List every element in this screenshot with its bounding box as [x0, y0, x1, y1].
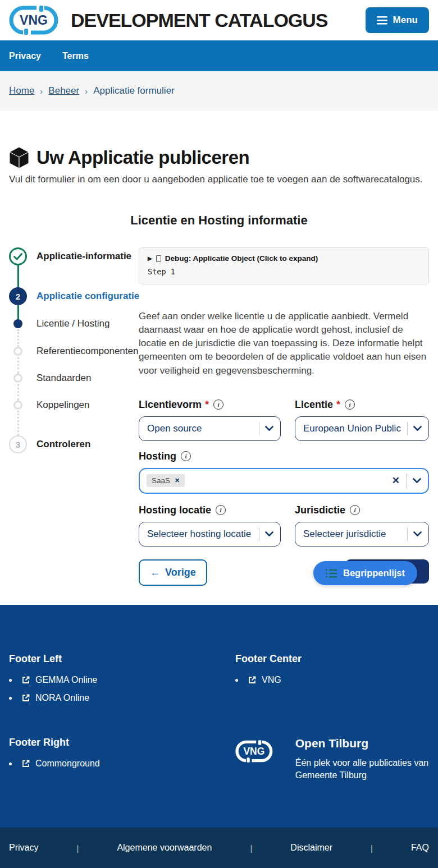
external-link-icon [21, 694, 30, 702]
breadcrumb-beheer[interactable]: Beheer [48, 85, 79, 97]
footer-link-vng[interactable]: VNG [248, 675, 281, 685]
required-marker: * [205, 399, 209, 411]
previous-button[interactable]: Vorige [139, 559, 207, 586]
stepper-step-applicatie-informatie[interactable]: Applicatie-informatie [36, 251, 131, 262]
stepper-step-controleren[interactable]: Controleren [36, 439, 90, 450]
select-divider [407, 422, 408, 435]
vng-logo[interactable]: VNG [9, 6, 58, 35]
footer-link-nora-online[interactable]: NORA Online [21, 693, 89, 703]
substep-dot-koppelingen[interactable] [13, 401, 22, 410]
jurisdictie-select[interactable]: Selecteer jurisdictie [295, 522, 429, 546]
hosting-multiselect[interactable]: SaaS [139, 468, 429, 494]
select-divider [259, 527, 259, 541]
select-divider [406, 474, 407, 488]
stepper-step-applicatie-configuratie[interactable]: Applicatie configuratie [36, 291, 139, 302]
footer-link-label: NORA Online [35, 693, 89, 703]
main-content: Uw Applicatie publiceren Vul dit formuli… [0, 111, 438, 605]
licentievorm-select[interactable]: Open source [139, 416, 281, 441]
glossary-button[interactable]: Begrippenlijst [313, 561, 417, 585]
breadcrumb-separator-icon: › [85, 86, 88, 96]
stepper-substep-koppelingen[interactable]: Koppelingen [36, 399, 90, 411]
nav-privacy-link[interactable]: Privacy [9, 51, 41, 61]
stepper-substep-standaarden[interactable]: Standaarden [36, 373, 91, 384]
info-icon[interactable] [181, 451, 191, 461]
stepper-connector [17, 411, 19, 435]
info-icon[interactable] [213, 399, 223, 410]
step-1-check-icon[interactable] [9, 247, 27, 265]
external-link-icon [21, 759, 30, 768]
step-2-circle[interactable]: 2 [9, 287, 27, 305]
bottom-link-algemene-voorwaarden[interactable]: Algemene voorwaarden [117, 843, 212, 853]
bottom-link-privacy[interactable]: Privacy [9, 843, 38, 853]
substep-dot-standaarden[interactable] [13, 374, 22, 383]
stepper-connector [17, 357, 19, 374]
footer-link-label: GEMMA Online [35, 675, 97, 685]
licentie-select[interactable]: European Union Public L... [295, 416, 429, 441]
debug-summary-toggle[interactable]: Debug: Applicatie Object (Click to expan… [148, 254, 420, 263]
nav-terms-link[interactable]: Terms [62, 51, 89, 61]
step-3-circle[interactable]: 3 [9, 435, 27, 453]
hosting-chip-label: SaaS [152, 476, 170, 485]
top-nav: Privacy Terms [0, 40, 438, 71]
chevron-down-icon [413, 531, 422, 537]
debug-content: Step 1 [148, 267, 420, 276]
hamburger-icon [377, 16, 387, 25]
clear-all-icon[interactable] [392, 475, 400, 486]
footer-right-column: Footer Right Commonground [9, 737, 235, 781]
site-title: DEVELOPMENT CATALOGUS [71, 10, 328, 31]
info-icon[interactable] [345, 399, 355, 410]
glossary-button-label: Begrippenlijst [343, 568, 405, 578]
footer-bottom-bar: Privacy | Algemene voorwaarden | Disclai… [0, 828, 438, 868]
licentie-label: Licentie [295, 399, 333, 411]
bottom-link-disclaimer[interactable]: Disclaimer [290, 843, 332, 853]
hosting-locatie-select[interactable]: Selecteer hosting locatie [139, 522, 281, 546]
required-marker: * [336, 399, 340, 411]
form-column: Debug: Applicatie Object (Click to expan… [139, 247, 429, 586]
licentievorm-value: Open source [147, 423, 253, 434]
footer-left-column: Footer Left GEMMA Online NORA Online [9, 653, 235, 711]
breadcrumb: Home › Beheer › Applicatie formulier [0, 71, 438, 111]
stepper-substep-referentiecomponenten[interactable]: Referentiecomponenten [36, 346, 138, 357]
stepper-substep-licentie-hosting[interactable]: Licentie / Hosting [36, 318, 110, 329]
hosting-chip-saas: SaaS [147, 474, 185, 487]
form-stepper: Applicatie-informatie 2 Applicatie confi… [9, 247, 139, 461]
bullet-icon [9, 763, 12, 765]
footer-brand-title: Open Tilburg [295, 737, 429, 750]
chip-remove-icon[interactable] [175, 477, 180, 484]
info-icon[interactable] [350, 505, 360, 515]
select-divider [259, 422, 259, 435]
step-3-number: 3 [16, 440, 20, 449]
substep-dot-licentie-hosting[interactable] [13, 319, 22, 328]
cube-icon [9, 146, 29, 169]
field-licentie: Licentie * European Union Public L... [295, 399, 429, 441]
step-2-number: 2 [16, 292, 20, 301]
bottom-link-faq[interactable]: FAQ [411, 843, 429, 853]
select-divider [407, 527, 408, 541]
footer-brand-text: Open Tilburg Één plek voor alle publicat… [295, 737, 429, 781]
footer-link-label: Commonground [35, 759, 100, 769]
stepper-connector [17, 329, 19, 347]
debug-panel: Debug: Applicatie Object (Click to expan… [139, 247, 429, 284]
footer: Footer Left GEMMA Online NORA Online [0, 605, 438, 828]
form-intro-text: Geef aan onder welke licentie u de appli… [139, 310, 429, 378]
stepper-connector [17, 384, 19, 401]
external-link-icon [21, 676, 30, 685]
substep-dot-referentiecomponenten[interactable] [13, 347, 22, 356]
svg-text:VNG: VNG [20, 13, 48, 27]
form-section-title: Licentie en Hosting informatie [9, 213, 429, 228]
page-title: Uw Applicatie publiceren [36, 147, 249, 168]
footer-link-gemma-online[interactable]: GEMMA Online [21, 675, 97, 685]
footer-link-commonground[interactable]: Commonground [21, 759, 100, 769]
pipe-separator: | [76, 843, 79, 853]
footer-right-heading: Footer Right [9, 737, 235, 748]
arrow-left-icon [150, 567, 160, 578]
list-item: GEMMA Online [9, 675, 235, 685]
field-hosting: Hosting SaaS [139, 451, 429, 494]
pipe-separator: | [250, 843, 252, 853]
menu-button[interactable]: Menu [366, 7, 429, 33]
list-item: Commonground [9, 759, 235, 769]
footer-center-heading: Footer Center [235, 653, 429, 665]
info-icon[interactable] [216, 505, 226, 515]
chevron-down-icon [265, 531, 273, 537]
breadcrumb-home[interactable]: Home [9, 85, 34, 97]
